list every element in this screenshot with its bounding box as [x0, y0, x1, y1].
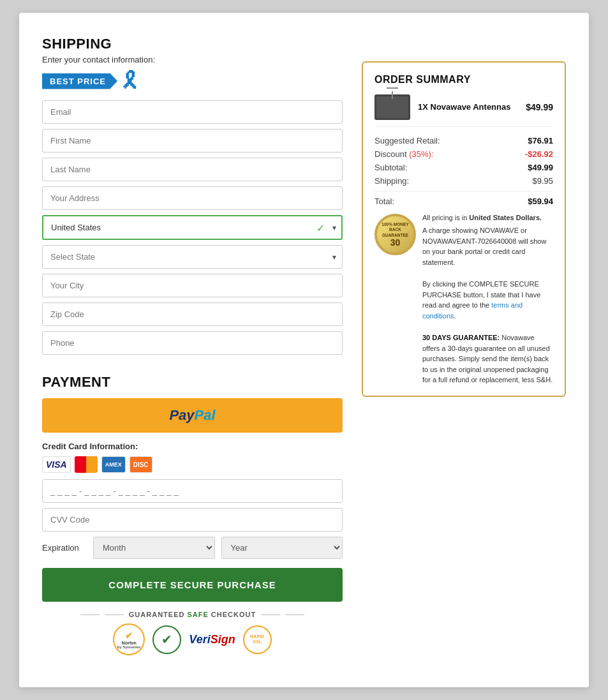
discount-value: -$26.92 [525, 149, 553, 159]
country-check-icon: ✓ [316, 221, 325, 234]
state-select-wrap: Select State Alabama California New York… [42, 245, 343, 269]
right-column: ORDER SUMMARY 1X Novawave Antennas $49.9… [362, 36, 566, 655]
country-select-wrap: United States ✓ ▾ [42, 215, 343, 240]
email-field[interactable] [42, 100, 343, 124]
first-name-field[interactable] [42, 129, 343, 153]
verisign-badge: VeriSign [189, 633, 235, 646]
terms-link[interactable]: terms and conditions [422, 301, 523, 320]
complete-btn-label: COMPLETE SECURE PURCHASE [108, 579, 276, 590]
product-price: $49.99 [526, 102, 553, 112]
cvv-field[interactable] [42, 508, 343, 532]
total-row: Total: $59.94 [374, 197, 553, 206]
best-price-ribbon: BEST PRICE [42, 73, 117, 89]
order-summary-title: ORDER SUMMARY [374, 74, 553, 86]
country-select[interactable]: United States [42, 215, 343, 240]
product-row: 1X Novawave Antennas $49.99 [374, 94, 553, 127]
safe-text: SAFE [187, 611, 208, 618]
state-select[interactable]: Select State Alabama California New York… [42, 245, 343, 269]
discount-label: Discount (35%): [374, 149, 434, 159]
subtotal-value: $49.99 [528, 163, 553, 172]
product-name: 1X Novawave Antennas [418, 102, 518, 113]
ssl-check-badge: ✔ [152, 625, 181, 654]
amex-icon: AMEX [101, 456, 126, 473]
shipping-row: Shipping: $9.95 [374, 176, 553, 186]
card-icons: VISA AMEX DISC [42, 456, 343, 473]
safe-checkout-section: GUARANTEED SAFE CHECKOUT ✔ Norton by Sym… [42, 611, 343, 655]
year-select[interactable]: Year 2024 2025 2026 [221, 537, 343, 559]
suggested-retail-value: $76.91 [528, 136, 553, 145]
product-image [374, 94, 410, 120]
price-divider [374, 191, 553, 191]
charge-note: A charge showing NOVAWAVE or NOVAWAVEANT… [422, 225, 553, 267]
rapidssl-badge: RAPIDSSL [243, 625, 272, 654]
pricing-note: All pricing is in United States Dollars. [422, 214, 553, 221]
shipping-value: $9.95 [532, 176, 553, 186]
expiration-row: Expiration Month 01 02 03 12 Year 2024 2… [42, 537, 343, 559]
last-name-field[interactable] [42, 158, 343, 181]
ribbon-bow-icon: 🎗 [119, 70, 142, 93]
norton-badge: ✔ Norton by Symantec [113, 623, 145, 655]
complete-purchase-button[interactable]: COMPLETE SECURE PURCHASE [42, 568, 343, 602]
mastercard-icon [75, 456, 98, 473]
country-arrow-icon: ▾ [332, 223, 336, 232]
payment-title: PAYMENT [42, 374, 343, 391]
left-column: SHIPPING Enter your contact information:… [42, 36, 343, 655]
guarantee-badge: 100% MONEYBACKGUARANTEE 30 [374, 214, 416, 255]
page-container: SHIPPING Enter your contact information:… [19, 13, 589, 687]
card-number-field[interactable] [42, 479, 343, 503]
order-summary-box: ORDER SUMMARY 1X Novawave Antennas $49.9… [362, 61, 566, 397]
shipping-title: SHIPPING [42, 36, 343, 52]
trust-badges: ✔ Norton by Symantec ✔ VeriSign RAPIDSSL [113, 623, 271, 655]
paypal-button[interactable]: PayPal [42, 398, 343, 433]
shipping-label: Shipping: [374, 176, 409, 186]
guaranteed-text: GUARANTEED SAFE CHECKOUT [129, 611, 256, 618]
credit-card-label: Credit Card Information: [42, 442, 343, 451]
guarantee-30-text: 30 DAYS GUARANTEE: Novawave offers a 30-… [422, 332, 553, 385]
subtotal-label: Subtotal: [374, 163, 407, 172]
guarantee-section: 100% MONEYBACKGUARANTEE 30 All pricing i… [374, 214, 553, 385]
guarantee-text-block: All pricing is in United States Dollars.… [422, 214, 553, 385]
best-price-banner: BEST PRICE 🎗 [42, 70, 343, 93]
expiration-label: Expiration [42, 543, 87, 553]
discount-row: Discount (35%): -$26.92 [374, 149, 553, 159]
phone-field[interactable] [42, 331, 343, 355]
discover-icon: DISC [130, 456, 152, 473]
main-layout: SHIPPING Enter your contact information:… [42, 36, 566, 655]
month-select[interactable]: Month 01 02 03 12 [93, 537, 215, 559]
subtotal-row: Subtotal: $49.99 [374, 163, 553, 172]
city-field[interactable] [42, 274, 343, 297]
state-arrow-icon: ▾ [332, 253, 336, 262]
suggested-retail-label: Suggested Retail: [374, 136, 440, 145]
suggested-retail-row: Suggested Retail: $76.91 [374, 136, 553, 145]
address-field[interactable] [42, 186, 343, 210]
paypal-label: PayPal [169, 407, 215, 424]
zip-field[interactable] [42, 302, 343, 326]
payment-section: PAYMENT PayPal Credit Card Information: … [42, 374, 343, 655]
total-label: Total: [374, 197, 394, 206]
visa-icon: VISA [42, 456, 71, 473]
shipping-subtitle: Enter your contact information: [42, 55, 343, 64]
safe-checkout-label: GUARANTEED SAFE CHECKOUT [80, 611, 304, 618]
discount-pct: (35%): [409, 149, 433, 159]
total-value: $59.94 [528, 197, 553, 206]
shipping-section: SHIPPING Enter your contact information:… [42, 36, 343, 360]
terms-note: By clicking the COMPLETE SECURE PURCHASE… [422, 279, 553, 321]
